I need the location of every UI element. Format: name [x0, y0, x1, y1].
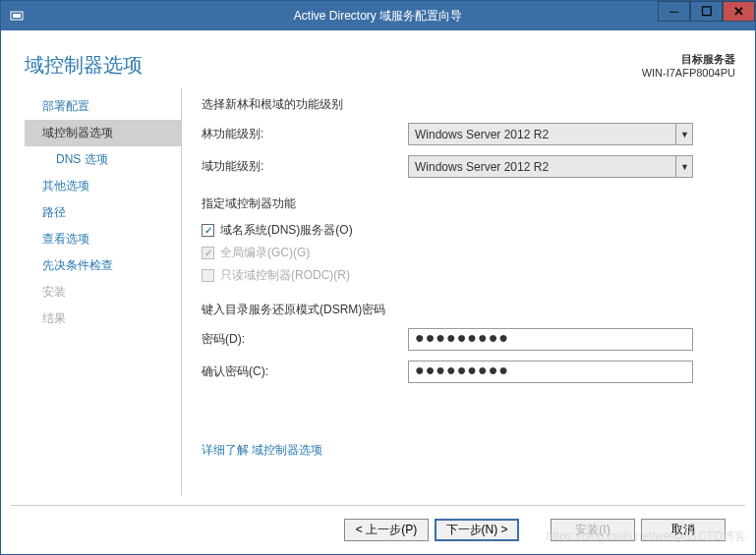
header-area: 域控制器选项 目标服务器 WIN-I7AFP8004PU: [1, 30, 755, 88]
domain-level-select[interactable]: Windows Server 2012 R2 ▼: [408, 155, 693, 178]
target-server-value: WIN-I7AFP8004PU: [642, 67, 735, 79]
confirm-password-input[interactable]: ●●●●●●●●●: [408, 361, 693, 383]
footer-buttons: < 上一步(P) 下一步(N) > 安装(I) 取消: [11, 505, 745, 554]
confirm-password-label: 确认密码(C):: [202, 363, 408, 380]
sidebar-item-prereq-check[interactable]: 先决条件检查: [25, 252, 181, 279]
password-row: 密码(D): ●●●●●●●●●: [202, 328, 722, 351]
page-title: 域控制器选项: [25, 52, 143, 79]
rodc-checkbox-label: 只读域控制器(RODC)(R): [220, 267, 350, 284]
gc-checkbox: [202, 247, 214, 259]
install-button: 安装(I): [551, 519, 635, 541]
window-title: Active Directory 域服务配置向导: [294, 8, 462, 25]
learn-more-prefix[interactable]: 详细了解: [202, 443, 252, 457]
cancel-button[interactable]: 取消: [641, 519, 726, 541]
window-controls: [658, 1, 755, 22]
minimize-button[interactable]: [658, 1, 690, 22]
learn-more-row: 详细了解 域控制器选项: [202, 442, 722, 459]
sidebar-item-dc-options[interactable]: 域控制器选项: [25, 120, 181, 146]
password-input[interactable]: ●●●●●●●●●: [408, 328, 693, 351]
domain-level-value: Windows Server 2012 R2: [408, 155, 693, 178]
forest-level-value: Windows Server 2012 R2: [408, 123, 693, 145]
sidebar-item-deploy-config[interactable]: 部署配置: [25, 93, 181, 120]
wizard-window: Active Directory 域服务配置向导 域控制器选项 目标服务器 WI…: [0, 0, 756, 555]
section-functional-level-heading: 选择新林和根域的功能级别: [202, 96, 722, 113]
svg-rect-1: [13, 14, 21, 18]
forest-level-select[interactable]: Windows Server 2012 R2 ▼: [408, 123, 693, 145]
dns-checkbox[interactable]: [202, 224, 214, 237]
domain-level-row: 域功能级别: Windows Server 2012 R2 ▼: [202, 155, 722, 178]
sidebar-item-results: 结果: [25, 305, 181, 332]
domain-level-label: 域功能级别:: [202, 158, 408, 175]
confirm-password-row: 确认密码(C): ●●●●●●●●●: [202, 361, 722, 383]
chevron-down-icon: ▼: [675, 123, 693, 145]
content-area: 域控制器选项 目标服务器 WIN-I7AFP8004PU 部署配置 域控制器选项…: [1, 30, 755, 554]
chevron-down-icon: ▼: [675, 155, 693, 178]
forest-level-row: 林功能级别: Windows Server 2012 R2 ▼: [202, 123, 722, 145]
title-bar: Active Directory 域服务配置向导: [1, 1, 755, 30]
dns-checkbox-row: 域名系统(DNS)服务器(O): [202, 222, 722, 239]
prev-button[interactable]: < 上一步(P): [344, 519, 429, 541]
dns-checkbox-label: 域名系统(DNS)服务器(O): [220, 222, 353, 239]
target-server-label: 目标服务器: [642, 52, 735, 67]
section-dc-capabilities-heading: 指定域控制器功能: [202, 195, 722, 212]
sidebar-nav: 部署配置 域控制器选项 DNS 选项 其他选项 路径 查看选项 先决条件检查 安…: [25, 88, 182, 495]
form-area: 选择新林和根域的功能级别 林功能级别: Windows Server 2012 …: [182, 88, 731, 495]
gc-checkbox-label: 全局编录(GC)(G): [220, 245, 310, 261]
section-dsrm-heading: 键入目录服务还原模式(DSRM)密码: [202, 302, 722, 318]
next-button[interactable]: 下一步(N) >: [435, 519, 519, 541]
sidebar-item-other-options[interactable]: 其他选项: [25, 173, 181, 199]
sidebar-item-review-options[interactable]: 查看选项: [25, 226, 181, 252]
sidebar-item-install: 安装: [25, 279, 181, 305]
password-label: 密码(D):: [202, 331, 408, 348]
close-button[interactable]: [723, 1, 755, 22]
sidebar-item-paths[interactable]: 路径: [25, 199, 181, 226]
learn-more-link[interactable]: 域控制器选项: [252, 443, 322, 457]
sidebar-item-dns-options[interactable]: DNS 选项: [25, 146, 181, 173]
rodc-checkbox-row: 只读域控制器(RODC)(R): [202, 267, 722, 284]
app-icon: [1, 9, 32, 23]
main-area: 部署配置 域控制器选项 DNS 选项 其他选项 路径 查看选项 先决条件检查 安…: [1, 88, 755, 505]
maximize-button[interactable]: [690, 1, 723, 22]
target-server-info: 目标服务器 WIN-I7AFP8004PU: [642, 52, 735, 79]
rodc-checkbox: [202, 269, 214, 282]
gc-checkbox-row: 全局编录(GC)(G): [202, 245, 722, 261]
forest-level-label: 林功能级别:: [202, 126, 408, 142]
